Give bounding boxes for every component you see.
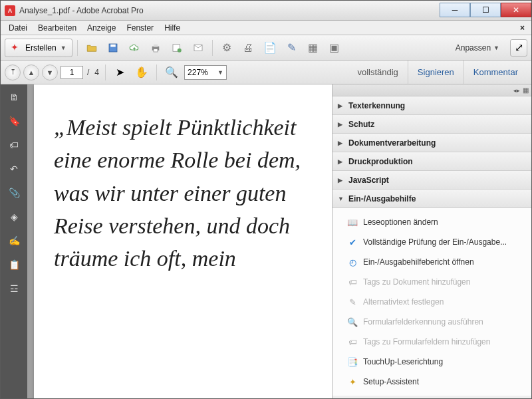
- form-icon: ▦: [308, 41, 318, 54]
- zoom-value: 227%: [188, 68, 208, 77]
- section-druckproduktion[interactable]: ▶Druckproduktion: [332, 152, 531, 171]
- book-icon: 📖: [347, 217, 358, 227]
- svg-rect-3: [154, 44, 158, 47]
- menu-help[interactable]: Hilfe: [159, 22, 186, 34]
- action-setup-assistent[interactable]: ✦Setup-Assistent: [332, 372, 531, 392]
- pdf-page: „Meist spielt Pünktlichkeit eine enorme …: [34, 84, 332, 398]
- chevron-down-icon: ▼: [338, 196, 344, 202]
- panel-header: ◂▸ ▦: [332, 84, 531, 96]
- action-bericht-oeffnen[interactable]: ◴Ein-/Ausgabehilfebericht öffnen: [332, 252, 531, 272]
- create-icon: [11, 43, 21, 53]
- app-window: A Analyse_1.pdf - Adobe Acrobat Pro ─ ☐ …: [0, 0, 532, 399]
- document-viewport[interactable]: „Meist spielt Pünktlichkeit eine enorme …: [27, 84, 332, 398]
- select-tool-button[interactable]: ➤: [110, 64, 129, 81]
- section-ein-ausgabehilfe[interactable]: ▼Ein-/Ausgabehilfe: [332, 190, 531, 208]
- menu-view[interactable]: Anzeige: [82, 22, 121, 34]
- document-close-button[interactable]: ×: [516, 23, 529, 33]
- menu-window[interactable]: Fenster: [121, 22, 159, 34]
- chevron-right-icon: ▶: [338, 102, 344, 109]
- nav-toolbar: ⤒ ▲ ▼ / 4 ➤ ✋ 🔍 227% ▼ vollständig Signi…: [1, 61, 531, 84]
- menu-file[interactable]: Datei: [3, 22, 33, 34]
- chevron-right-icon: ▶: [338, 140, 344, 146]
- zoom-icon: 🔍: [165, 66, 178, 78]
- tab-comment[interactable]: Kommentar: [464, 61, 527, 84]
- prev-page-button[interactable]: ▲: [23, 65, 39, 80]
- share-button[interactable]: [168, 39, 186, 57]
- fullscreen-button[interactable]: ⤢: [510, 39, 527, 57]
- zoom-tool-button[interactable]: 🔍: [162, 64, 182, 81]
- action-leseoptionen[interactable]: 📖Leseoptionen ändern: [332, 212, 531, 232]
- action-vollstaendige-pruefung[interactable]: ✔Vollständige Prüfung der Ein-/Ausgabe..…: [332, 232, 531, 252]
- page-total: 4: [93, 68, 100, 77]
- minimize-button[interactable]: ─: [440, 3, 470, 17]
- convert-icon: 📄: [263, 41, 277, 54]
- svg-rect-4: [154, 49, 158, 52]
- collapse-icon[interactable]: ◂▸: [513, 87, 520, 94]
- open-button[interactable]: [82, 39, 101, 57]
- hand-tool-button[interactable]: ✋: [132, 64, 152, 81]
- window-title: Analyse_1.pdf - Adobe Acrobat Pro: [19, 6, 440, 15]
- chevron-down-icon: ▼: [61, 45, 66, 51]
- next-page-button[interactable]: ▼: [42, 65, 58, 80]
- tab-sign[interactable]: Signieren: [408, 61, 464, 84]
- cursor-icon: ➤: [116, 66, 124, 78]
- multimedia-button[interactable]: ▣: [325, 39, 344, 57]
- layers-panel-button[interactable]: ◈: [7, 209, 21, 224]
- page-sep: /: [86, 68, 90, 77]
- nav-sidebar: 🗎 🔖 🏷 ↶ 📎 ◈ ✍ 📋 ☲: [1, 84, 27, 398]
- menu-edit[interactable]: Bearbeiten: [33, 22, 82, 34]
- print-button[interactable]: [146, 39, 165, 57]
- first-page-button[interactable]: ⤒: [5, 65, 21, 80]
- action-formularfelderkennung[interactable]: 🔍Formularfelderkennung ausführen: [332, 312, 531, 332]
- export-icon: 🖨: [243, 42, 253, 54]
- play-icon: ▣: [329, 41, 339, 54]
- main-toolbar: Erstellen ▼ ⚙ 🖨 📄 ✎ ▦ ▣ Anpassen ▼ ⤢: [1, 35, 531, 61]
- customize-button[interactable]: Anpassen ▼: [452, 43, 503, 53]
- export-button[interactable]: 🖨: [239, 39, 257, 57]
- tab-full[interactable]: vollständig: [348, 61, 407, 84]
- maximize-button[interactable]: ☐: [470, 3, 501, 17]
- panel-menu-icon[interactable]: ▦: [523, 86, 529, 94]
- magnify-icon: 🔍: [347, 317, 358, 327]
- titlebar: A Analyse_1.pdf - Adobe Acrobat Pro ─ ☐ …: [1, 1, 531, 21]
- cloud-button[interactable]: [125, 39, 144, 57]
- convert-button[interactable]: 📄: [260, 39, 280, 57]
- content-panel-button[interactable]: ☲: [7, 281, 21, 296]
- customize-label: Anpassen: [456, 43, 491, 53]
- undo-panel-button[interactable]: ↶: [7, 162, 21, 176]
- form-button[interactable]: ▦: [304, 39, 323, 57]
- edit-button[interactable]: ✎: [283, 39, 301, 57]
- section-schutz[interactable]: ▶Schutz: [332, 115, 531, 134]
- section-texterkennung[interactable]: ▶Texterkennung: [332, 96, 531, 115]
- section-javascript[interactable]: ▶JavaScript: [332, 171, 531, 190]
- create-label: Erstellen: [25, 43, 57, 53]
- bookmarks-panel-button[interactable]: 🔖: [7, 114, 21, 128]
- chevron-down-icon: ▼: [493, 45, 499, 51]
- expand-icon: ⤢: [515, 41, 523, 54]
- section-dokumentverarbeitung[interactable]: ▶Dokumentverarbeitung: [332, 134, 531, 152]
- tags-panel-button[interactable]: 🏷: [7, 138, 21, 152]
- order-panel-button[interactable]: 📋: [7, 257, 21, 272]
- action-touchup-leserichtung[interactable]: 📑TouchUp-Leserichtung: [332, 352, 531, 372]
- signatures-panel-button[interactable]: ✍: [7, 233, 21, 248]
- gear-icon: ⚙: [222, 41, 231, 54]
- touchup-icon: 📑: [347, 356, 358, 367]
- app-icon: A: [5, 5, 15, 16]
- content-area: 🗎 🔖 🏷 ↶ 📎 ◈ ✍ 📋 ☲ „Meist spielt Pünktlic…: [1, 84, 531, 398]
- action-tags-formularfelder[interactable]: 🏷Tags zu Formularfeldern hinzufügen: [332, 332, 531, 352]
- create-button[interactable]: Erstellen ▼: [5, 39, 72, 57]
- page-number-input[interactable]: [61, 66, 83, 79]
- save-button[interactable]: [104, 39, 122, 57]
- chevron-right-icon: ▶: [338, 177, 344, 184]
- tag-icon: 🏷: [347, 336, 358, 347]
- mail-button[interactable]: [189, 39, 207, 57]
- action-alternativtext[interactable]: ✎Alternativtext festlegen: [332, 292, 531, 312]
- zoom-select[interactable]: 227% ▼: [184, 65, 227, 80]
- svg-point-6: [177, 48, 181, 52]
- gear-button[interactable]: ⚙: [217, 39, 236, 57]
- attachments-panel-button[interactable]: 📎: [7, 186, 21, 200]
- report-icon: ◴: [347, 257, 358, 267]
- action-tags-dokument[interactable]: 🏷Tags zu Dokument hinzufügen: [332, 272, 531, 292]
- close-button[interactable]: ✕: [501, 3, 531, 17]
- pages-panel-button[interactable]: 🗎: [7, 90, 21, 104]
